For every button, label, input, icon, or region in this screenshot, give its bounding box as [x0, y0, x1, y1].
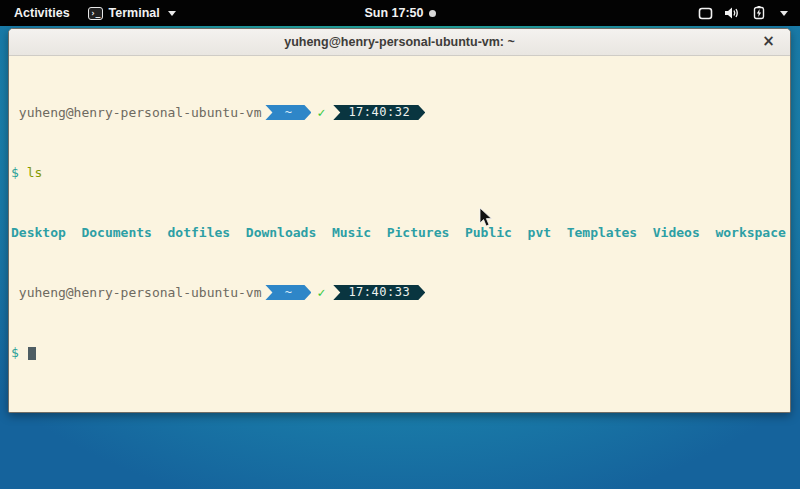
prompt-host: yuheng@henry-personal-ubuntu-vm: [11, 285, 261, 300]
prompt-line-2: yuheng@henry-personal-ubuntu-vm ~ ✓ 17:4…: [11, 285, 788, 300]
shell-prompt: $: [11, 165, 27, 180]
prompt-time-segment: 17:40:32: [333, 105, 425, 120]
system-tray[interactable]: [698, 6, 800, 20]
prompt-path-segment: ~: [265, 105, 311, 120]
command-line: $ ls: [11, 165, 788, 180]
prompt-path-segment: ~: [265, 285, 311, 300]
app-menu-terminal[interactable]: ›_ Terminal: [88, 6, 176, 20]
close-icon[interactable]: ×: [759, 33, 778, 52]
clock-button[interactable]: Sun 17:50: [364, 6, 423, 20]
check-icon: ✓: [317, 285, 325, 300]
window-titlebar[interactable]: yuheng@henry-personal-ubuntu-vm: ~ ×: [9, 29, 790, 56]
ls-output: Desktop Documents dotfiles Downloads Mus…: [11, 225, 788, 240]
check-icon: ✓: [317, 105, 325, 120]
top-bar: Activities ›_ Terminal Sun 17:50: [0, 0, 800, 26]
prompt-time-segment: 17:40:33: [333, 285, 425, 300]
terminal-content[interactable]: yuheng@henry-personal-ubuntu-vm ~ ✓ 17:4…: [9, 56, 790, 412]
prompt-host: yuheng@henry-personal-ubuntu-vm: [11, 105, 261, 120]
terminal-app-icon: ›_: [88, 7, 103, 20]
text-cursor: [28, 347, 36, 360]
terminal-window: yuheng@henry-personal-ubuntu-vm: ~ × yuh…: [8, 28, 791, 413]
command-text: ls: [27, 165, 43, 180]
chevron-down-icon: [168, 11, 176, 16]
mouse-cursor-icon: [479, 207, 493, 228]
battery-charging-icon: [751, 6, 767, 20]
app-menu-label: Terminal: [109, 6, 160, 20]
activities-button[interactable]: Activities: [10, 4, 74, 22]
screen-icon: [698, 7, 713, 20]
window-title: yuheng@henry-personal-ubuntu-vm: ~: [284, 35, 515, 49]
input-line[interactable]: $: [11, 345, 788, 360]
chevron-down-icon: [780, 11, 788, 16]
volume-icon: [724, 6, 740, 20]
prompt-line-1: yuheng@henry-personal-ubuntu-vm ~ ✓ 17:4…: [11, 105, 788, 120]
shell-prompt: $: [11, 345, 27, 360]
recording-dot-icon: [429, 10, 436, 17]
